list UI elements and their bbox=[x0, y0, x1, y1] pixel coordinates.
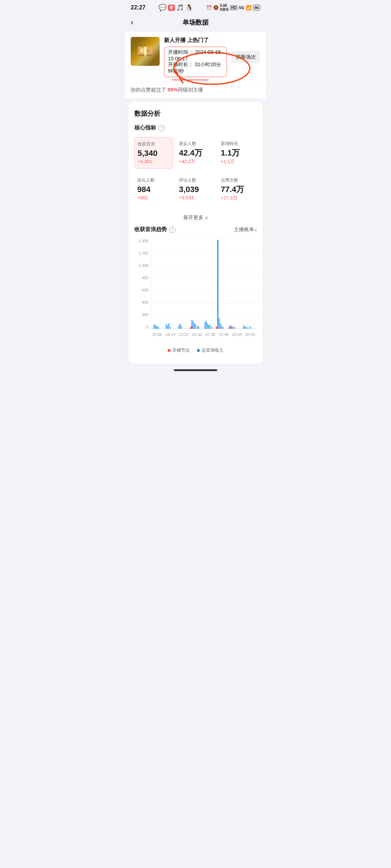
metric-change-4: +3,033 bbox=[179, 195, 212, 200]
svg-rect-20 bbox=[180, 324, 181, 329]
x-label-1: 19:14 bbox=[165, 332, 176, 337]
broadcast-thumbnail bbox=[131, 37, 160, 66]
x-label-5: 11:46 bbox=[219, 332, 229, 337]
likes-comparison: 你的点赞超过了 99%同级别主播 bbox=[125, 82, 266, 98]
svg-rect-12 bbox=[156, 326, 157, 329]
y-label-3: 600 bbox=[142, 288, 148, 292]
y-label-6: 1,200 bbox=[138, 251, 148, 255]
y-label-2: 400 bbox=[142, 300, 148, 305]
broadcast-info: 新人开播 上热门了 开播时间： 2024-03-18 15:06:17 开播时长… bbox=[164, 37, 227, 77]
metric-value-5: 77.4万 bbox=[221, 186, 254, 193]
x-label-4: 07:38 bbox=[205, 332, 215, 337]
likes-text: 你的点赞超过了 bbox=[131, 87, 168, 93]
qq-icon: 🐧 bbox=[185, 4, 193, 12]
metric-change-1: +42.2万 bbox=[179, 158, 212, 165]
svg-rect-35 bbox=[219, 318, 220, 329]
legend-label-total: 总音浪收入 bbox=[202, 347, 223, 353]
svg-rect-17 bbox=[168, 323, 169, 329]
start-time-row: 开播时间： 2024-03-18 15:06:17 bbox=[168, 49, 223, 61]
metric-change-3: +982 bbox=[137, 195, 170, 200]
svg-rect-37 bbox=[221, 326, 222, 329]
broadcaster-account-link[interactable]: 主播账单 › bbox=[234, 226, 257, 233]
hd-icon: HD bbox=[230, 5, 237, 10]
status-bar: 22:27 💬 爱 🎵 🐧 ⏰ 🔕 5.00KB/S HD 5G 📶 86 bbox=[125, 0, 266, 14]
legend-dot-red bbox=[168, 349, 171, 352]
svg-rect-24 bbox=[194, 323, 195, 329]
metric-item-likes: 点赞次数 77.4万 +77.3万 bbox=[218, 174, 257, 205]
legend-label-key-nodes: 关键节点 bbox=[172, 347, 190, 353]
metric-change-2: +1.1万 bbox=[221, 158, 254, 165]
svg-rect-29 bbox=[206, 321, 207, 329]
chart-y-axis: 1,400 1,200 1,000 800 600 400 200 0 bbox=[134, 239, 151, 329]
chevron-down-icon: ∨ bbox=[205, 215, 208, 220]
svg-rect-43 bbox=[243, 326, 244, 329]
svg-rect-21 bbox=[181, 326, 182, 329]
svg-rect-23 bbox=[193, 321, 194, 329]
svg-rect-25 bbox=[195, 324, 196, 329]
svg-rect-30 bbox=[207, 323, 208, 329]
y-label-1: 200 bbox=[142, 312, 148, 317]
likes-percentage: 99% bbox=[168, 87, 178, 93]
broadcast-card: 新人开播 上热门了 开播时间： 2024-03-18 15:06:17 开播时长… bbox=[125, 32, 266, 82]
broadcast-meta: 开播时间： 2024-03-18 15:06:17 开播时长： 31小时20分钟… bbox=[164, 47, 227, 77]
metric-value-1: 42.4万 bbox=[179, 149, 212, 157]
iqiyi-icon: 爱 bbox=[168, 5, 175, 11]
svg-rect-15 bbox=[166, 324, 167, 329]
svg-rect-27 bbox=[198, 327, 199, 329]
expand-more-button[interactable]: 展开更多 ∨ bbox=[134, 211, 257, 226]
svg-rect-28 bbox=[205, 322, 206, 329]
x-label-7: 20:02 bbox=[245, 332, 255, 337]
svg-rect-26 bbox=[197, 326, 198, 329]
wechat-icon: 💬 bbox=[159, 4, 167, 12]
start-time-label: 开播时间： bbox=[168, 49, 193, 55]
metric-label-3: 送礼人数 bbox=[137, 177, 170, 183]
chevron-right-icon: › bbox=[255, 227, 257, 233]
x-label-2: 23:22 bbox=[179, 332, 189, 337]
svg-rect-31 bbox=[208, 325, 209, 329]
trend-help-icon[interactable]: ? bbox=[169, 226, 176, 233]
x-label-6: 15:54 bbox=[232, 332, 242, 337]
switch-session-button[interactable]: 切换场次 bbox=[231, 51, 260, 63]
svg-rect-32 bbox=[209, 324, 210, 329]
svg-rect-42 bbox=[234, 327, 235, 329]
y-label-4: 800 bbox=[142, 276, 148, 280]
metric-change-0: +5,301 bbox=[138, 159, 170, 164]
help-icon[interactable]: ? bbox=[158, 125, 165, 131]
metric-label-1: 观众人数 bbox=[179, 141, 212, 147]
likes-text-suffix: 同级别主播 bbox=[178, 87, 203, 93]
svg-rect-11 bbox=[155, 324, 156, 329]
metric-item-commenters: 评论人数 3,039 +3,033 bbox=[176, 174, 215, 205]
battery-icon: 86 bbox=[253, 5, 260, 10]
5g-icon: 5G bbox=[239, 5, 244, 10]
status-right: ⏰ 🔕 5.00KB/S HD 5G 📶 86 bbox=[206, 4, 260, 12]
y-label-0: 0 bbox=[146, 325, 148, 329]
metric-value-0: 5,340 bbox=[138, 149, 170, 157]
svg-rect-14 bbox=[159, 327, 159, 329]
svg-rect-46 bbox=[247, 327, 248, 329]
svg-rect-38 bbox=[223, 327, 224, 329]
status-time: 22:27 bbox=[131, 4, 146, 11]
metric-item-gifters: 送礼人数 984 +982 bbox=[134, 174, 173, 205]
alarm-icon: ⏰ bbox=[206, 5, 212, 10]
metric-value-3: 984 bbox=[137, 186, 170, 193]
svg-rect-45 bbox=[245, 327, 247, 329]
core-metrics-title: 核心指标 ? bbox=[134, 124, 257, 131]
x-label-0: 15:06 bbox=[152, 332, 162, 337]
svg-rect-19 bbox=[178, 325, 180, 329]
page-header: ‹ 单场数据 bbox=[125, 14, 266, 32]
back-button[interactable]: ‹ bbox=[131, 18, 133, 27]
svg-rect-36 bbox=[220, 323, 221, 329]
metric-label-4: 评论人数 bbox=[179, 177, 212, 183]
metric-item-audience: 观众人数 42.4万 +42.2万 bbox=[176, 137, 215, 169]
trend-title: 收获音浪趋势 ? bbox=[134, 226, 176, 233]
expand-more-label: 展开更多 bbox=[183, 214, 203, 221]
svg-rect-41 bbox=[232, 327, 234, 329]
status-icons: 💬 爱 🎵 🐧 bbox=[159, 4, 193, 12]
svg-rect-47 bbox=[250, 327, 251, 329]
svg-rect-34 bbox=[217, 240, 218, 329]
chart-legend: 关键节点 总音浪收入 bbox=[134, 344, 257, 356]
duration-row: 开播时长： 31小时20分钟50秒 bbox=[168, 61, 223, 75]
svg-rect-44 bbox=[244, 326, 245, 329]
duration-label: 开播时长： bbox=[168, 61, 193, 67]
y-label-7: 1,400 bbox=[138, 239, 148, 243]
